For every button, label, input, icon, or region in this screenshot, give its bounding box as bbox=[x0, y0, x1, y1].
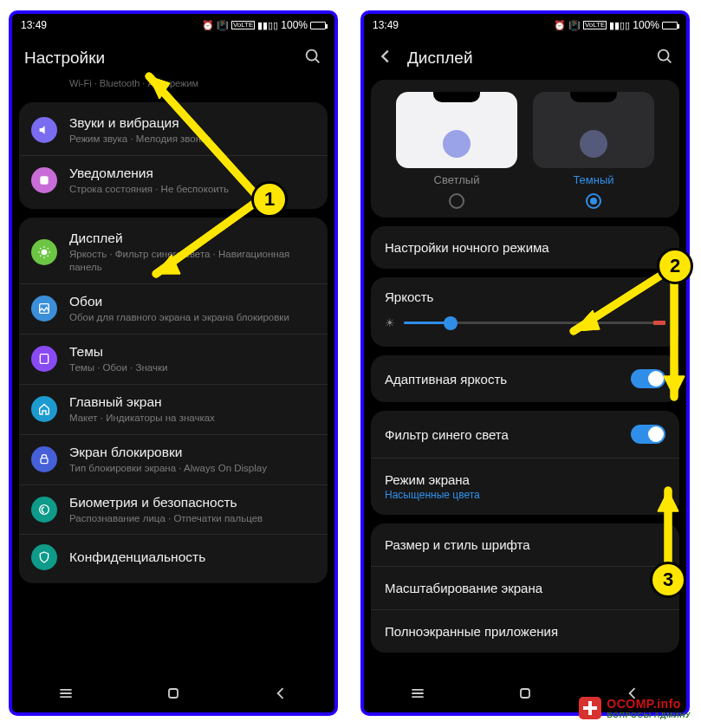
item-wallpaper[interactable]: Обои Обои для главного экрана и экрана б… bbox=[19, 283, 328, 334]
nav-back[interactable] bbox=[272, 685, 289, 705]
display-icon bbox=[31, 239, 57, 265]
settings-list: Звуки и вибрация Режим звука · Мелодия з… bbox=[12, 102, 334, 583]
svg-line-8 bbox=[40, 248, 41, 249]
wallpaper-icon bbox=[31, 296, 57, 322]
item-display[interactable]: Дисплей Яркость · Фильтр синего света · … bbox=[19, 221, 328, 283]
item-privacy[interactable]: Конфиденциальность bbox=[19, 534, 328, 580]
theme-dark[interactable]: Темный bbox=[533, 92, 654, 209]
battery-pct: 100% bbox=[281, 19, 308, 31]
item-biometrics[interactable]: Биометрия и безопасность Распознавание л… bbox=[19, 484, 328, 535]
svg-point-19 bbox=[659, 49, 669, 60]
svg-line-20 bbox=[667, 58, 671, 62]
battery-icon bbox=[310, 22, 326, 29]
row-font[interactable]: Размер и стиль шрифта bbox=[371, 523, 679, 566]
svg-rect-24 bbox=[521, 689, 529, 698]
signal-icon: ▮▮▯▯ bbox=[609, 21, 630, 30]
item-lock-screen[interactable]: Экран блокировки Тип блокировки экрана ·… bbox=[19, 434, 328, 484]
page-title: Дисплей bbox=[407, 49, 473, 68]
volte-icon: VoLTE bbox=[583, 21, 607, 29]
nav-recents[interactable] bbox=[409, 685, 426, 705]
phone-display: 13:49 ⏰ 📳 VoLTE ▮▮▯▯ 100% Дисплей Светлы… bbox=[360, 10, 690, 716]
svg-line-1 bbox=[315, 58, 319, 62]
svg-line-10 bbox=[40, 256, 41, 257]
row-zoom[interactable]: Масштабирование экрана bbox=[371, 566, 679, 609]
settings-group-display: Дисплей Яркость · Фильтр синего света · … bbox=[19, 218, 328, 584]
group-font: Размер и стиль шрифта Масштабирование эк… bbox=[371, 523, 679, 653]
notification-icon bbox=[31, 167, 57, 193]
lock-screen-icon bbox=[31, 446, 57, 472]
sun-icon: ☀ bbox=[385, 316, 395, 329]
brightness-slider[interactable] bbox=[404, 322, 665, 324]
search-icon[interactable] bbox=[655, 47, 674, 70]
themes-icon bbox=[31, 346, 57, 372]
item-notifications[interactable]: Уведомления Строка состояния · Не беспок… bbox=[19, 155, 328, 205]
nav-bar bbox=[12, 678, 334, 712]
toggle-adaptive[interactable] bbox=[631, 369, 665, 388]
sound-icon bbox=[31, 117, 57, 143]
title-bar: Настройки bbox=[12, 36, 334, 80]
theme-dark-thumb bbox=[533, 92, 654, 168]
group-adaptive: Адаптивная яркость bbox=[371, 355, 679, 402]
title-bar: Дисплей bbox=[364, 36, 686, 80]
theme-light-thumb bbox=[396, 92, 517, 168]
row-blue-filter[interactable]: Фильтр синего света bbox=[371, 411, 679, 458]
search-icon[interactable] bbox=[303, 47, 322, 70]
svg-line-9 bbox=[48, 256, 49, 257]
status-right: ⏰ 📳 VoLTE ▮▮▯▯ 100% bbox=[554, 19, 678, 31]
svg-line-11 bbox=[48, 248, 49, 249]
biometrics-icon bbox=[31, 497, 57, 523]
item-themes[interactable]: Темы Темы · Обои · Значки bbox=[19, 334, 328, 384]
settings-group-sound: Звуки и вибрация Режим звука · Мелодия з… bbox=[19, 102, 328, 209]
toggle-blue-filter[interactable] bbox=[631, 425, 665, 444]
battery-icon bbox=[662, 22, 678, 29]
svg-rect-14 bbox=[41, 458, 48, 464]
back-icon[interactable] bbox=[376, 47, 395, 70]
group-filter: Фильтр синего света Режим экрана Насыщен… bbox=[371, 411, 679, 515]
nav-recents[interactable] bbox=[57, 685, 75, 705]
svg-rect-13 bbox=[40, 354, 48, 364]
radio-light[interactable] bbox=[449, 193, 464, 209]
row-night-mode[interactable]: Настройки ночного режима bbox=[371, 226, 679, 269]
status-time: 13:49 bbox=[21, 19, 47, 31]
battery-pct: 100% bbox=[633, 19, 659, 31]
watermark: OCOMP.info ВОПРОСЫ АДМИНУ bbox=[579, 697, 691, 719]
row-fullscreen-apps[interactable]: Полноэкранные приложения bbox=[371, 609, 679, 653]
status-right: ⏰ 📳 VoLTE ▮▮▯▯ 100% bbox=[202, 19, 326, 31]
volte-icon: VoLTE bbox=[231, 21, 255, 29]
svg-point-3 bbox=[42, 249, 48, 255]
alarm-icon: ⏰ bbox=[554, 21, 566, 30]
group-night: Настройки ночного режима bbox=[371, 226, 679, 269]
theme-light[interactable]: Светлый bbox=[396, 92, 517, 209]
phone-settings: 13:49 ⏰ 📳 VoLTE ▮▮▯▯ 100% Настройки Wi-F… bbox=[9, 10, 338, 716]
watermark-logo bbox=[579, 697, 601, 719]
home-screen-icon bbox=[31, 396, 57, 422]
status-time: 13:49 bbox=[373, 19, 399, 31]
svg-point-0 bbox=[307, 49, 317, 60]
svg-rect-2 bbox=[40, 177, 48, 185]
status-bar: 13:49 ⏰ 📳 VoLTE ▮▮▯▯ 100% bbox=[12, 14, 334, 36]
radio-dark[interactable] bbox=[586, 193, 601, 209]
item-sounds[interactable]: Звуки и вибрация Режим звука · Мелодия з… bbox=[19, 106, 328, 155]
theme-selector: Светлый Темный bbox=[371, 80, 679, 218]
vibrate-icon: 📳 bbox=[217, 21, 229, 30]
nav-home[interactable] bbox=[516, 685, 534, 705]
svg-rect-18 bbox=[169, 689, 178, 698]
privacy-icon bbox=[31, 544, 57, 570]
alarm-icon: ⏰ bbox=[202, 21, 214, 30]
row-adaptive-brightness[interactable]: Адаптивная яркость bbox=[371, 355, 679, 402]
nav-home[interactable] bbox=[165, 685, 182, 705]
signal-icon: ▮▮▯▯ bbox=[257, 21, 278, 30]
status-bar: 13:49 ⏰ 📳 VoLTE ▮▮▯▯ 100% bbox=[364, 14, 686, 36]
row-screen-mode[interactable]: Режим экрана Насыщенные цвета bbox=[371, 458, 679, 515]
item-home-screen[interactable]: Главный экран Макет · Индикаторы на знач… bbox=[19, 384, 328, 434]
vibrate-icon: 📳 bbox=[568, 21, 581, 30]
faded-connections-subtitle: Wi-Fi · Bluetooth · Авиарежим bbox=[12, 78, 334, 101]
page-title: Настройки bbox=[24, 49, 105, 68]
brightness-block: Яркость ☀ bbox=[371, 277, 679, 347]
brightness-max-marker bbox=[653, 321, 665, 325]
brightness-label: Яркость bbox=[385, 289, 665, 304]
